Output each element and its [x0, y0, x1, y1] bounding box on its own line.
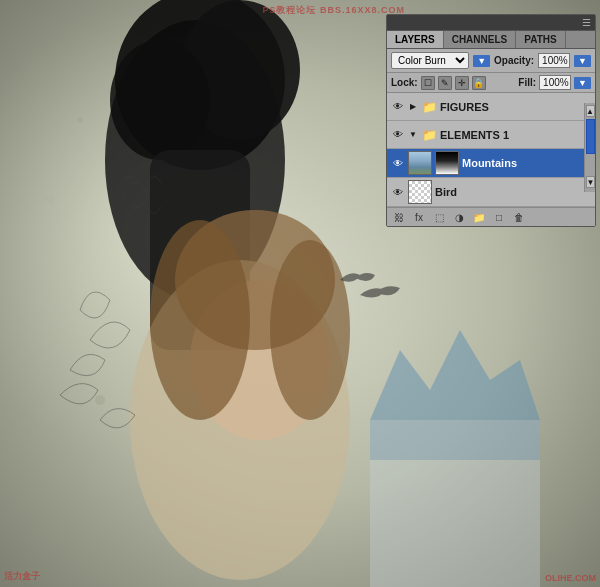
tab-layers[interactable]: LAYERS [387, 31, 444, 48]
blend-mode-arrow[interactable]: ▼ [473, 55, 490, 67]
panel-tabs: LAYERS CHANNELS PATHS [387, 31, 595, 49]
layer-item-figures[interactable]: 👁 ▶ 📁 FIGURES [387, 93, 595, 121]
scroll-down-button[interactable]: ▼ [586, 176, 595, 188]
layer-name-elements1: ELEMENTS 1 [440, 129, 591, 141]
lock-move-icon[interactable]: ✛ [455, 76, 469, 90]
visibility-icon-figures[interactable]: 👁 [391, 100, 405, 114]
blend-opacity-row: Color Burn ▼ Opacity: 100% ▼ [387, 49, 595, 73]
scroll-up-button[interactable]: ▲ [586, 105, 595, 117]
layer-name-mountains: Mountains [462, 157, 591, 169]
add-mask-icon[interactable]: ⬚ [431, 210, 447, 224]
layer-thumb-mountains [408, 151, 432, 175]
visibility-icon-bird[interactable]: 👁 [391, 185, 405, 199]
layer-item-mountains[interactable]: 👁 Mountains [387, 149, 595, 178]
delete-layer-icon[interactable]: 🗑 [511, 210, 527, 224]
panel-scrollbar[interactable]: ▲ ▼ [584, 103, 595, 192]
lock-label: Lock: [391, 77, 418, 88]
adjustment-icon[interactable]: ◑ [451, 210, 467, 224]
lock-paint-icon[interactable]: ✎ [438, 76, 452, 90]
link-layers-icon[interactable]: ⛓ [391, 210, 407, 224]
lock-checkbox[interactable]: ☐ [421, 76, 435, 90]
opacity-label: Opacity: [494, 55, 534, 66]
layer-item-elements1[interactable]: 👁 ▼ 📁 ELEMENTS 1 [387, 121, 595, 149]
expand-icon-elements1[interactable]: ▼ [408, 130, 418, 140]
fill-value[interactable]: 100% [539, 75, 571, 90]
watermark-bottom-right: OLIHE.COM [545, 573, 596, 583]
new-layer-icon[interactable]: □ [491, 210, 507, 224]
scroll-handle[interactable] [586, 119, 595, 154]
layer-item-bird[interactable]: 👁 Bird [387, 178, 595, 207]
fx-icon[interactable]: fx [411, 210, 427, 224]
tab-paths[interactable]: PATHS [516, 31, 565, 48]
opacity-value[interactable]: 100% [538, 53, 570, 68]
layers-panel: ☰ LAYERS CHANNELS PATHS Color Burn ▼ Opa… [386, 14, 596, 227]
svg-point-10 [110, 40, 210, 160]
panel-bottom-bar: ⛓ fx ⬚ ◑ 📁 □ 🗑 [387, 207, 595, 226]
svg-point-6 [95, 395, 105, 405]
layer-name-figures: FIGURES [440, 101, 591, 113]
layer-name-bird: Bird [435, 186, 591, 198]
layer-thumb-bird [408, 180, 432, 204]
svg-point-16 [270, 240, 350, 420]
blend-mode-select[interactable]: Color Burn [391, 52, 469, 69]
layer-mask-mountains [435, 151, 459, 175]
lock-all-icon[interactable]: 🔒 [472, 76, 486, 90]
fill-label: Fill: [518, 77, 536, 88]
svg-point-4 [46, 196, 54, 204]
panel-menu-button[interactable]: ☰ [582, 17, 591, 28]
lock-fill-row: Lock: ☐ ✎ ✛ 🔒 Fill: 100% ▼ [387, 73, 595, 93]
svg-point-2 [77, 117, 83, 123]
layers-list: 👁 ▶ 📁 FIGURES 👁 ▼ 📁 ELEMENTS 1 👁 Mountai… [387, 93, 595, 207]
svg-rect-18 [370, 460, 540, 587]
panel-header: ☰ [387, 15, 595, 31]
folder-icon-figures: 📁 [421, 100, 437, 114]
tab-channels[interactable]: CHANNELS [444, 31, 517, 48]
visibility-icon-elements1[interactable]: 👁 [391, 128, 405, 142]
fill-arrow[interactable]: ▼ [574, 77, 591, 89]
expand-icon-figures[interactable]: ▶ [408, 102, 418, 112]
folder-icon-elements1: 📁 [421, 128, 437, 142]
new-group-icon[interactable]: 📁 [471, 210, 487, 224]
visibility-icon-mountains[interactable]: 👁 [391, 156, 405, 170]
svg-point-15 [150, 220, 250, 420]
opacity-arrow[interactable]: ▼ [574, 55, 591, 67]
watermark-top: PS教程论坛 BBS.16XX8.COM [262, 4, 405, 17]
watermark-bottom-left: 活力盒子 [4, 570, 40, 583]
